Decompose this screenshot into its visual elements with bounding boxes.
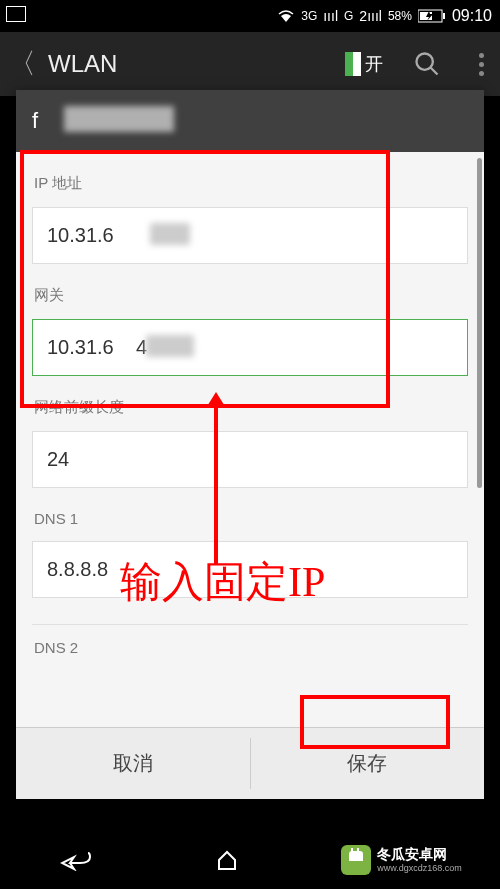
appbar-title: WLAN [48,50,333,78]
redacted-gateway-suffix [146,335,194,357]
network-g: G [344,9,353,23]
redacted-ip-suffix [150,223,190,245]
network-3g: 3G [301,9,317,23]
battery-icon [418,9,446,23]
svg-rect-2 [443,13,445,19]
prefix-label: 网络前缀长度 [32,398,468,417]
prefix-input[interactable] [32,431,468,488]
gateway-field-group: 网关 [32,264,468,376]
ip-label: IP 地址 [32,174,468,193]
signal-1: ıııl [323,8,338,24]
svg-line-4 [431,68,438,75]
search-icon[interactable] [413,50,441,78]
save-button[interactable]: 保存 [251,728,485,799]
dns2-label: DNS 2 [32,639,468,656]
prefix-field-group: 网络前缀长度 [32,376,468,488]
dialog-header: f [16,90,484,152]
watermark-brand: 冬瓜安卓网 www.dgxcdz168.com [303,845,500,875]
nav-home-button[interactable] [152,848,304,872]
nav-back-button[interactable] [0,849,152,871]
app-bar: 〈 WLAN 开 [0,32,500,96]
android-icon [341,845,371,875]
toggle-indicator [345,52,361,76]
ip-settings-dialog: f IP 地址 网关 网络前缀长度 [16,90,484,799]
network-name: f [32,108,38,133]
svg-point-3 [417,54,433,70]
gateway-label: 网关 [32,286,468,305]
scrollbar[interactable] [477,158,482,488]
status-icons: 3G ıııl G 2ıııl 58% 09:10 [277,7,492,25]
ip-input[interactable] [32,207,468,264]
status-bar: 3G ıııl G 2ıııl 58% 09:10 [0,0,500,32]
brand-name: 冬瓜安卓网 [377,847,462,862]
toggle-label: 开 [365,52,383,76]
dialog-footer: 取消 保存 [16,727,484,799]
brand-url: www.dgxcdz168.com [377,863,462,873]
redacted-ssid [64,106,174,132]
ip-field-group: IP 地址 [32,152,468,264]
annotation-arrow [214,404,218,564]
compass-icon [6,6,26,22]
battery-percent: 58% [388,9,412,23]
clock: 09:10 [452,7,492,25]
dns1-label: DNS 1 [32,510,468,527]
dns2-field-group: DNS 2 [32,625,468,656]
cancel-button[interactable]: 取消 [16,728,250,799]
dialog-body[interactable]: IP 地址 网关 网络前缀长度 DNS 1 [16,152,484,727]
wifi-icon [277,9,295,23]
nav-bar: 冬瓜安卓网 www.dgxcdz168.com [0,831,500,889]
back-icon[interactable]: 〈 [8,45,36,83]
wifi-toggle[interactable]: 开 [345,52,383,76]
gateway-input[interactable] [32,319,468,376]
more-icon[interactable] [471,53,492,76]
annotation-text: 输入固定IP [120,554,325,610]
signal-2: 2ıııl [359,8,382,24]
